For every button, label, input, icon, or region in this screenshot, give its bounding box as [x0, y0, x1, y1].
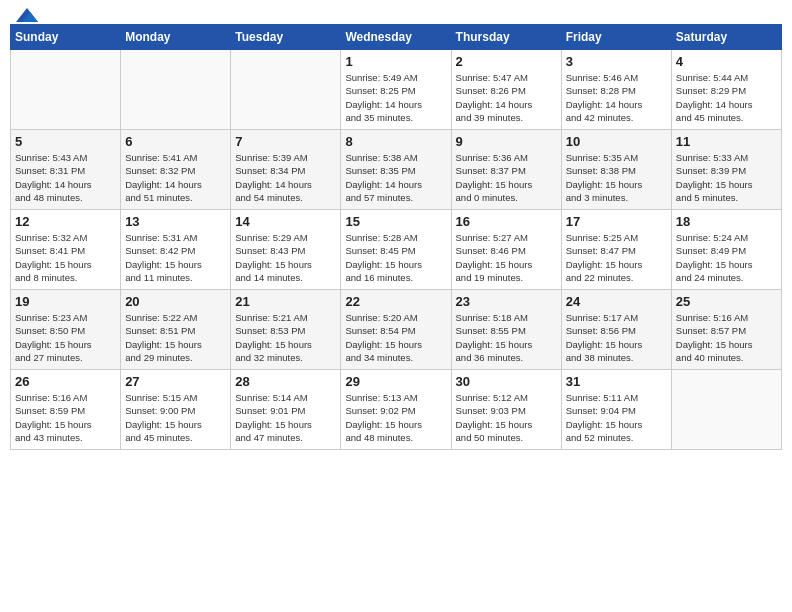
day-cell	[11, 50, 121, 130]
day-info: Sunrise: 5:43 AM Sunset: 8:31 PM Dayligh…	[15, 151, 116, 204]
logo-icon	[16, 8, 38, 22]
day-cell: 29Sunrise: 5:13 AM Sunset: 9:02 PM Dayli…	[341, 370, 451, 450]
week-row-4: 26Sunrise: 5:16 AM Sunset: 8:59 PM Dayli…	[11, 370, 782, 450]
day-cell: 7Sunrise: 5:39 AM Sunset: 8:34 PM Daylig…	[231, 130, 341, 210]
day-number: 28	[235, 374, 336, 389]
day-number: 22	[345, 294, 446, 309]
day-info: Sunrise: 5:11 AM Sunset: 9:04 PM Dayligh…	[566, 391, 667, 444]
day-cell: 19Sunrise: 5:23 AM Sunset: 8:50 PM Dayli…	[11, 290, 121, 370]
day-cell: 22Sunrise: 5:20 AM Sunset: 8:54 PM Dayli…	[341, 290, 451, 370]
day-number: 3	[566, 54, 667, 69]
day-info: Sunrise: 5:47 AM Sunset: 8:26 PM Dayligh…	[456, 71, 557, 124]
day-number: 12	[15, 214, 116, 229]
day-info: Sunrise: 5:16 AM Sunset: 8:59 PM Dayligh…	[15, 391, 116, 444]
day-cell: 31Sunrise: 5:11 AM Sunset: 9:04 PM Dayli…	[561, 370, 671, 450]
day-number: 14	[235, 214, 336, 229]
day-info: Sunrise: 5:20 AM Sunset: 8:54 PM Dayligh…	[345, 311, 446, 364]
day-cell: 1Sunrise: 5:49 AM Sunset: 8:25 PM Daylig…	[341, 50, 451, 130]
day-info: Sunrise: 5:16 AM Sunset: 8:57 PM Dayligh…	[676, 311, 777, 364]
day-number: 20	[125, 294, 226, 309]
col-header-monday: Monday	[121, 25, 231, 50]
day-number: 24	[566, 294, 667, 309]
day-info: Sunrise: 5:18 AM Sunset: 8:55 PM Dayligh…	[456, 311, 557, 364]
day-cell: 24Sunrise: 5:17 AM Sunset: 8:56 PM Dayli…	[561, 290, 671, 370]
day-info: Sunrise: 5:17 AM Sunset: 8:56 PM Dayligh…	[566, 311, 667, 364]
day-info: Sunrise: 5:13 AM Sunset: 9:02 PM Dayligh…	[345, 391, 446, 444]
day-cell: 18Sunrise: 5:24 AM Sunset: 8:49 PM Dayli…	[671, 210, 781, 290]
day-info: Sunrise: 5:29 AM Sunset: 8:43 PM Dayligh…	[235, 231, 336, 284]
day-number: 11	[676, 134, 777, 149]
day-cell: 11Sunrise: 5:33 AM Sunset: 8:39 PM Dayli…	[671, 130, 781, 210]
day-info: Sunrise: 5:23 AM Sunset: 8:50 PM Dayligh…	[15, 311, 116, 364]
day-info: Sunrise: 5:49 AM Sunset: 8:25 PM Dayligh…	[345, 71, 446, 124]
day-info: Sunrise: 5:24 AM Sunset: 8:49 PM Dayligh…	[676, 231, 777, 284]
day-number: 2	[456, 54, 557, 69]
day-cell: 16Sunrise: 5:27 AM Sunset: 8:46 PM Dayli…	[451, 210, 561, 290]
day-number: 21	[235, 294, 336, 309]
day-info: Sunrise: 5:41 AM Sunset: 8:32 PM Dayligh…	[125, 151, 226, 204]
day-cell: 15Sunrise: 5:28 AM Sunset: 8:45 PM Dayli…	[341, 210, 451, 290]
day-number: 4	[676, 54, 777, 69]
day-number: 15	[345, 214, 446, 229]
day-info: Sunrise: 5:22 AM Sunset: 8:51 PM Dayligh…	[125, 311, 226, 364]
col-header-sunday: Sunday	[11, 25, 121, 50]
day-cell: 30Sunrise: 5:12 AM Sunset: 9:03 PM Dayli…	[451, 370, 561, 450]
day-number: 1	[345, 54, 446, 69]
calendar-table: SundayMondayTuesdayWednesdayThursdayFrid…	[10, 24, 782, 450]
day-number: 16	[456, 214, 557, 229]
day-number: 13	[125, 214, 226, 229]
day-cell: 12Sunrise: 5:32 AM Sunset: 8:41 PM Dayli…	[11, 210, 121, 290]
day-number: 31	[566, 374, 667, 389]
header-row: SundayMondayTuesdayWednesdayThursdayFrid…	[11, 25, 782, 50]
day-number: 25	[676, 294, 777, 309]
day-cell	[231, 50, 341, 130]
day-cell: 13Sunrise: 5:31 AM Sunset: 8:42 PM Dayli…	[121, 210, 231, 290]
day-number: 19	[15, 294, 116, 309]
day-cell: 4Sunrise: 5:44 AM Sunset: 8:29 PM Daylig…	[671, 50, 781, 130]
day-info: Sunrise: 5:21 AM Sunset: 8:53 PM Dayligh…	[235, 311, 336, 364]
day-cell: 14Sunrise: 5:29 AM Sunset: 8:43 PM Dayli…	[231, 210, 341, 290]
day-info: Sunrise: 5:36 AM Sunset: 8:37 PM Dayligh…	[456, 151, 557, 204]
col-header-saturday: Saturday	[671, 25, 781, 50]
day-info: Sunrise: 5:15 AM Sunset: 9:00 PM Dayligh…	[125, 391, 226, 444]
day-cell: 28Sunrise: 5:14 AM Sunset: 9:01 PM Dayli…	[231, 370, 341, 450]
day-number: 18	[676, 214, 777, 229]
day-number: 5	[15, 134, 116, 149]
day-cell: 23Sunrise: 5:18 AM Sunset: 8:55 PM Dayli…	[451, 290, 561, 370]
day-info: Sunrise: 5:46 AM Sunset: 8:28 PM Dayligh…	[566, 71, 667, 124]
week-row-1: 5Sunrise: 5:43 AM Sunset: 8:31 PM Daylig…	[11, 130, 782, 210]
col-header-wednesday: Wednesday	[341, 25, 451, 50]
day-info: Sunrise: 5:33 AM Sunset: 8:39 PM Dayligh…	[676, 151, 777, 204]
day-number: 29	[345, 374, 446, 389]
day-number: 9	[456, 134, 557, 149]
day-info: Sunrise: 5:39 AM Sunset: 8:34 PM Dayligh…	[235, 151, 336, 204]
day-info: Sunrise: 5:31 AM Sunset: 8:42 PM Dayligh…	[125, 231, 226, 284]
day-cell: 25Sunrise: 5:16 AM Sunset: 8:57 PM Dayli…	[671, 290, 781, 370]
day-number: 26	[15, 374, 116, 389]
day-info: Sunrise: 5:32 AM Sunset: 8:41 PM Dayligh…	[15, 231, 116, 284]
day-cell: 2Sunrise: 5:47 AM Sunset: 8:26 PM Daylig…	[451, 50, 561, 130]
day-cell: 21Sunrise: 5:21 AM Sunset: 8:53 PM Dayli…	[231, 290, 341, 370]
day-number: 27	[125, 374, 226, 389]
day-cell: 27Sunrise: 5:15 AM Sunset: 9:00 PM Dayli…	[121, 370, 231, 450]
week-row-2: 12Sunrise: 5:32 AM Sunset: 8:41 PM Dayli…	[11, 210, 782, 290]
day-cell: 20Sunrise: 5:22 AM Sunset: 8:51 PM Dayli…	[121, 290, 231, 370]
day-number: 17	[566, 214, 667, 229]
day-cell: 5Sunrise: 5:43 AM Sunset: 8:31 PM Daylig…	[11, 130, 121, 210]
col-header-friday: Friday	[561, 25, 671, 50]
week-row-3: 19Sunrise: 5:23 AM Sunset: 8:50 PM Dayli…	[11, 290, 782, 370]
day-info: Sunrise: 5:44 AM Sunset: 8:29 PM Dayligh…	[676, 71, 777, 124]
day-cell	[121, 50, 231, 130]
col-header-thursday: Thursday	[451, 25, 561, 50]
day-info: Sunrise: 5:14 AM Sunset: 9:01 PM Dayligh…	[235, 391, 336, 444]
calendar-header: SundayMondayTuesdayWednesdayThursdayFrid…	[11, 25, 782, 50]
day-cell	[671, 370, 781, 450]
day-cell: 8Sunrise: 5:38 AM Sunset: 8:35 PM Daylig…	[341, 130, 451, 210]
day-cell: 17Sunrise: 5:25 AM Sunset: 8:47 PM Dayli…	[561, 210, 671, 290]
day-number: 8	[345, 134, 446, 149]
day-cell: 9Sunrise: 5:36 AM Sunset: 8:37 PM Daylig…	[451, 130, 561, 210]
day-number: 30	[456, 374, 557, 389]
day-info: Sunrise: 5:38 AM Sunset: 8:35 PM Dayligh…	[345, 151, 446, 204]
col-header-tuesday: Tuesday	[231, 25, 341, 50]
day-info: Sunrise: 5:25 AM Sunset: 8:47 PM Dayligh…	[566, 231, 667, 284]
